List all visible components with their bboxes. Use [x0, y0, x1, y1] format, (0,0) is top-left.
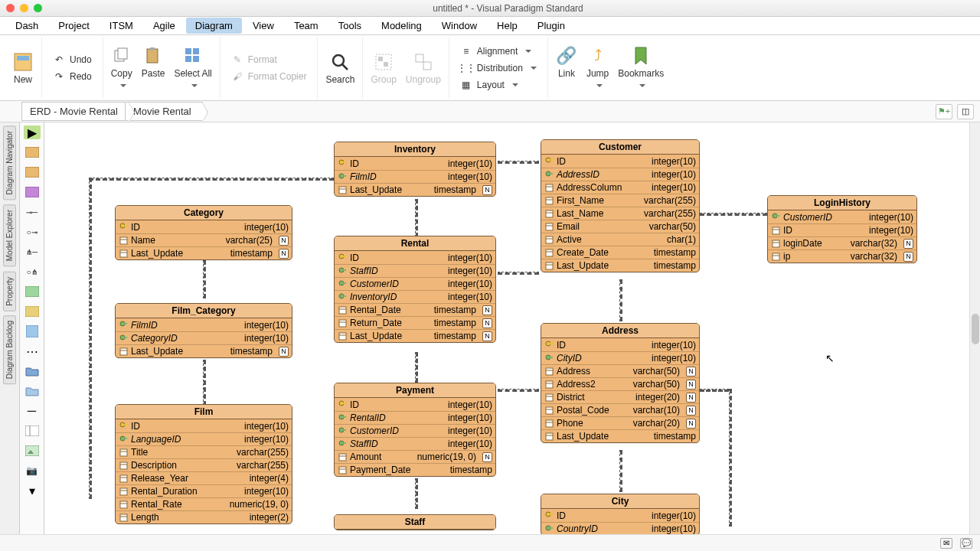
column-row[interactable]: Address2 varchar(50) N [541, 377, 699, 390]
menu-project[interactable]: Project [49, 18, 98, 34]
jump-button[interactable]: ⤴Jump [586, 45, 609, 91]
vertical-scrollbar[interactable] [969, 122, 980, 551]
column-row[interactable]: Create_Date timestamp [541, 246, 699, 259]
menu-diagram[interactable]: Diagram [186, 18, 242, 34]
column-row[interactable]: Postal_Code varchar(10) N [541, 403, 699, 416]
column-row[interactable]: CustomerID integer(10) [768, 210, 916, 223]
column-row[interactable]: Last_Update timestamp [541, 429, 699, 442]
side-tab-property[interactable]: Property [3, 272, 16, 311]
column-row[interactable]: Last_Update timestamp [541, 259, 699, 272]
breadcrumb-root[interactable]: ERD - Movie Rental [21, 102, 129, 121]
column-row[interactable]: Last_Update timestamp N [335, 183, 495, 196]
column-row[interactable]: First_Name varchar(255) [541, 194, 699, 207]
column-row[interactable]: FilmID integer(10) [116, 318, 292, 331]
menu-window[interactable]: Window [433, 18, 486, 34]
column-row[interactable]: FilmID integer(10) [335, 170, 495, 183]
group-button[interactable]: Group [371, 51, 396, 85]
column-row[interactable]: CustomerID integer(10) [335, 277, 495, 290]
camera-tool[interactable]: 📷 [24, 464, 41, 478]
sep-tool[interactable]: ⋯ [24, 344, 41, 358]
column-row[interactable]: Active char(1) [541, 233, 699, 246]
rel-one-tool[interactable]: ⊸─ [24, 205, 41, 219]
entity-payment[interactable]: Payment ID integer(10) RentalID integer(… [334, 383, 496, 477]
layout-button[interactable]: ▦Layout [457, 77, 540, 93]
cursor-tool[interactable]: ▶ [24, 126, 41, 139]
column-row[interactable]: AddressID integer(10) [541, 168, 699, 181]
side-tab-model-explorer[interactable]: Model Explorer [3, 204, 16, 266]
swimlane-tool[interactable] [24, 424, 41, 438]
column-row[interactable]: Last_Update timestamp N [335, 329, 495, 342]
entity-inventory[interactable]: Inventory ID integer(10) FilmID integer(… [334, 142, 496, 197]
entity-city[interactable]: City ID integer(10) CountryID integer(10… [541, 494, 700, 536]
column-row[interactable]: Phone varchar(20) N [541, 416, 699, 429]
link-button[interactable]: 🔗Link [556, 45, 577, 91]
entity-customer[interactable]: Customer ID integer(10) AddressID intege… [541, 139, 700, 272]
column-row[interactable]: Address varchar(50) N [541, 364, 699, 377]
panel-toggle-button[interactable]: ◫ [957, 104, 974, 119]
search-button[interactable]: Search [325, 51, 354, 85]
folder2-tool[interactable] [24, 384, 41, 398]
column-row[interactable]: ID integer(10) [541, 338, 699, 351]
alignment-button[interactable]: ≡Alignment [457, 44, 540, 59]
diagram-canvas[interactable]: Category ID integer(10) Name varchar(25)… [44, 122, 980, 551]
column-row[interactable]: Release_Year integer(4) [116, 471, 292, 484]
menu-dash[interactable]: Dash [6, 18, 47, 34]
column-row[interactable]: ID integer(10) [335, 157, 495, 170]
chevron-down-icon[interactable]: ▾ [24, 484, 41, 497]
column-row[interactable]: Rental_Date timestamp N [335, 303, 495, 316]
mail-icon[interactable]: ✉ [940, 538, 952, 549]
column-row[interactable]: Last_Update timestamp N [116, 246, 292, 259]
flag-button[interactable]: ⚑+ [936, 104, 952, 119]
package-tool[interactable] [24, 145, 41, 159]
column-row[interactable]: Payment_Date timestamp [335, 463, 495, 476]
column-row[interactable]: LanguageID integer(10) [116, 432, 292, 445]
folder-tool[interactable] [24, 364, 41, 378]
column-row[interactable]: InventoryID integer(10) [335, 290, 495, 303]
column-row[interactable]: CityID integer(10) [541, 351, 699, 364]
menu-help[interactable]: Help [488, 18, 527, 34]
column-row[interactable]: District integer(20) N [541, 390, 699, 403]
column-row[interactable]: Rental_Duration integer(10) [116, 484, 292, 497]
side-tab-backlog[interactable]: Diagram Backlog [3, 315, 16, 384]
menu-modeling[interactable]: Modeling [372, 18, 431, 34]
column-row[interactable]: Last_Name varchar(255) [541, 207, 699, 220]
column-row[interactable]: Amount numeric(19, 0) N [335, 450, 495, 463]
paste-button[interactable]: Paste [142, 45, 165, 91]
menu-agile[interactable]: Agile [144, 18, 185, 34]
entity-film[interactable]: Film ID integer(10) LanguageID integer(1… [115, 404, 292, 524]
menu-view[interactable]: View [243, 18, 283, 34]
side-tab-navigator[interactable]: Diagram Navigator [3, 126, 16, 200]
column-row[interactable]: Title varchar(255) [116, 445, 292, 458]
column-row[interactable]: ID integer(10) [768, 223, 916, 236]
column-row[interactable]: ID integer(10) [335, 251, 495, 264]
column-row[interactable]: ip varchar(32) N [768, 249, 916, 262]
new-button[interactable]: New [12, 51, 34, 85]
zoom-icon[interactable] [34, 4, 42, 12]
distribution-button[interactable]: ⋮⋮Distribution [457, 60, 540, 76]
entity-staff[interactable]: Staff [334, 514, 496, 530]
column-row[interactable]: CategoryID integer(10) [116, 331, 292, 344]
column-row[interactable]: ID integer(10) [541, 155, 699, 168]
column-row[interactable]: ID integer(10) [116, 419, 292, 432]
menu-team[interactable]: Team [285, 18, 328, 34]
rel-zero-one-tool[interactable]: ○⊸ [24, 225, 41, 239]
column-row[interactable]: AddressColumn integer(10) [541, 181, 699, 194]
rel-zero-many-tool[interactable]: ○⋔ [24, 265, 41, 279]
column-row[interactable]: RentalID integer(10) [335, 411, 495, 424]
undo-button[interactable]: ↶Undo [50, 52, 95, 67]
table-yellow-tool[interactable] [24, 305, 41, 318]
column-row[interactable]: StaffID integer(10) [335, 437, 495, 450]
column-row[interactable]: Email varchar(50) [541, 220, 699, 233]
entity-tool[interactable] [24, 165, 41, 179]
entity-login-history[interactable]: LoginHistory CustomerID integer(10) ID i… [767, 195, 917, 263]
bookmarks-button[interactable]: Bookmarks [618, 45, 664, 91]
menu-plugin[interactable]: Plugin [528, 18, 574, 34]
column-row[interactable]: loginDate varchar(32) N [768, 236, 916, 249]
chat-icon[interactable]: 💬 [960, 538, 972, 549]
entity-category[interactable]: Category ID integer(10) Name varchar(25)… [115, 205, 292, 260]
menu-tools[interactable]: Tools [329, 18, 371, 34]
column-row[interactable]: ID integer(10) [335, 398, 495, 411]
column-row[interactable]: CountryID integer(10) [541, 522, 699, 535]
line-tool[interactable]: ─ [24, 404, 41, 418]
scrollbar-thumb[interactable] [972, 314, 979, 344]
